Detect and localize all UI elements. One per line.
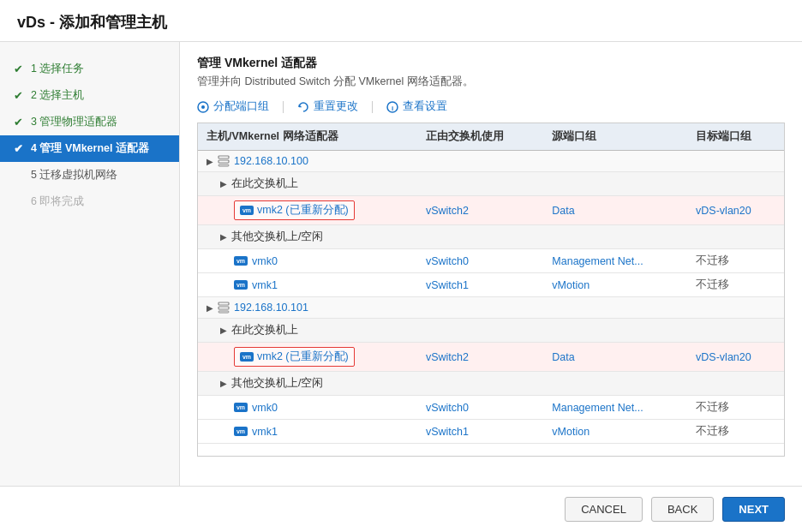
table-cell-adapter: ▶其他交换机上/空闲 — [198, 225, 417, 249]
section-label: 在此交换机上 — [231, 323, 298, 338]
content-subtitle: 管理并向 Distributed Switch 分配 VMkernel 网络适配… — [197, 75, 785, 89]
svg-rect-4 — [218, 156, 229, 158]
table-row: ▶在此交换机上 — [198, 172, 784, 196]
table-cell-target: vDS-vlan20 — [687, 196, 784, 225]
section-expand-icon[interactable]: ▶ — [220, 326, 227, 335]
expand-icon[interactable]: ▶ — [206, 303, 213, 313]
table-cell-target: 不迁移 — [687, 273, 784, 297]
table-cell-adapter: vmvmk0 — [198, 249, 417, 273]
table-cell-switch: vSwitch2 — [417, 343, 543, 372]
table-cell-adapter: vmvmk1 — [198, 273, 417, 297]
table-row[interactable]: vmvmk0vSwitch0Management Net...不迁移 — [198, 249, 784, 273]
cancel-button[interactable]: CANCEL — [565, 497, 643, 522]
reset-changes-button[interactable]: 重置更改 — [297, 99, 358, 114]
content-title: 管理 VMkernel 适配器 — [197, 56, 785, 71]
table-cell-target — [687, 319, 784, 343]
section-expand-icon[interactable]: ▶ — [220, 179, 227, 188]
col-header-switch: 正由交换机使用 — [417, 123, 543, 151]
section-label: 在此交换机上 — [231, 176, 298, 191]
table-row[interactable]: vmvmk2 (已重新分配)vSwitch2DatavDS-vlan20 — [198, 343, 784, 372]
vmkernel-icon: vm — [240, 206, 254, 215]
table-cell-adapter: ▶192.168.10.100 — [198, 151, 417, 172]
table-cell-target — [687, 225, 784, 249]
host-icon — [218, 302, 230, 314]
table-cell-source — [543, 372, 687, 396]
sidebar-label-step2: 2 选择主机 — [31, 88, 84, 103]
check-icon-step4: ✔ — [14, 142, 26, 155]
table-cell-switch: vSwitch0 — [417, 396, 543, 420]
vmkernel-icon: vm — [234, 280, 248, 290]
table-cell-source: Data — [543, 196, 687, 225]
back-button[interactable]: BACK — [651, 497, 714, 522]
section-label: 其他交换机上/空闲 — [231, 230, 323, 244]
sidebar-item-5[interactable]: 5 迁移虚拟机网络 — [0, 162, 179, 188]
host-name[interactable]: 192.168.10.101 — [234, 302, 308, 314]
reset-icon — [297, 101, 309, 113]
section-expand-icon[interactable]: ▶ — [220, 232, 227, 242]
vmk-name[interactable]: vmk1 — [252, 426, 278, 438]
table-cell-switch: vSwitch1 — [417, 273, 543, 297]
table-cell-switch — [417, 172, 543, 196]
svg-rect-7 — [218, 302, 229, 305]
vmk-highlighted-cell[interactable]: vmvmk2 (已重新分配) — [234, 200, 355, 220]
table-cell-target: 不迁移 — [687, 249, 784, 273]
host-name[interactable]: 192.168.10.100 — [234, 155, 308, 167]
sidebar-item-3[interactable]: ✔3 管理物理适配器 — [0, 109, 179, 135]
vmk-name[interactable]: vmk0 — [252, 255, 278, 267]
svg-rect-9 — [218, 311, 229, 313]
check-icon-step1: ✔ — [14, 63, 26, 75]
table-row: ▶其他交换机上/空闲 — [198, 372, 784, 396]
table-row: ▶在此交换机上 — [198, 319, 784, 343]
sidebar-item-1[interactable]: ✔1 选择任务 — [0, 56, 179, 82]
table-cell-adapter: vmvmk2 (已重新分配) — [198, 343, 417, 372]
section-expand-icon[interactable]: ▶ — [220, 379, 227, 388]
check-icon-step2: ✔ — [14, 89, 26, 102]
table-row[interactable]: vmvmk1vSwitch1vMotion不迁移 — [198, 273, 784, 297]
table-cell-source — [543, 225, 687, 249]
vmk-name[interactable]: vmk2 (已重新分配) — [257, 203, 349, 218]
sidebar-label-step3: 3 管理物理适配器 — [31, 115, 117, 129]
table-cell-source: Management Net... — [543, 249, 687, 273]
table-cell-adapter: vmvmk0 — [198, 396, 417, 420]
col-header-adapter: 主机/VMkernel 网络适配器 — [198, 123, 417, 151]
table-cell-adapter: ▶192.168.10.101 — [198, 297, 417, 319]
expand-icon[interactable]: ▶ — [206, 157, 213, 166]
sidebar-item-4[interactable]: ✔4 管理 VMkernel 适配器 — [0, 135, 179, 162]
host-icon — [218, 155, 230, 167]
vmkernel-icon: vm — [234, 256, 248, 266]
table-cell-switch: vSwitch0 — [417, 249, 543, 273]
info-icon: i — [386, 101, 398, 113]
dialog-body: ✔1 选择任务✔2 选择主机✔3 管理物理适配器✔4 管理 VMkernel 适… — [0, 42, 802, 486]
table-cell-target — [687, 372, 784, 396]
table-cell-switch — [417, 297, 543, 319]
toolbar: 分配端口组 重置更改 i 查看设置 — [197, 99, 785, 114]
sidebar: ✔1 选择任务✔2 选择主机✔3 管理物理适配器✔4 管理 VMkernel 适… — [0, 42, 180, 486]
table-row[interactable]: vmvmk0vSwitch0Management Net...不迁移 — [198, 396, 784, 420]
table-cell-source: vMotion — [543, 420, 687, 444]
dialog-footer: CANCEL BACK NEXT — [0, 486, 802, 532]
vmk-name[interactable]: vmk2 (已重新分配) — [257, 350, 349, 364]
table-cell-adapter: vmvmk1 — [198, 420, 417, 444]
svg-rect-5 — [218, 160, 229, 163]
table-cell-switch — [417, 151, 543, 172]
distribute-icon — [197, 101, 209, 113]
vmk-highlighted-cell[interactable]: vmvmk2 (已重新分配) — [234, 347, 355, 367]
vmkernel-table-wrapper[interactable]: 主机/VMkernel 网络适配器 正由交换机使用 源端口组 目标端口组 ▶19… — [197, 123, 785, 457]
view-settings-button[interactable]: i 查看设置 — [386, 99, 447, 114]
table-cell-adapter: vmvmk2 (已重新分配) — [198, 196, 417, 225]
sidebar-item-6: 6 即将完成 — [0, 188, 179, 215]
next-button[interactable]: NEXT — [722, 497, 785, 522]
sidebar-item-2[interactable]: ✔2 选择主机 — [0, 82, 179, 109]
table-cell-source — [543, 172, 687, 196]
toolbar-separator-1 — [283, 101, 284, 113]
check-icon-step3: ✔ — [14, 116, 26, 129]
table-row[interactable]: vmvmk2 (已重新分配)vSwitch2DatavDS-vlan20 — [198, 196, 784, 225]
table-row: ▶192.168.10.100 — [198, 151, 784, 172]
table-row: ▶192.168.10.101 — [198, 297, 784, 319]
col-header-source: 源端口组 — [543, 123, 687, 151]
vmk-name[interactable]: vmk1 — [252, 279, 278, 291]
table-cell-switch — [417, 319, 543, 343]
table-row[interactable]: vmvmk1vSwitch1vMotion不迁移 — [198, 420, 784, 444]
distribute-portgroup-button[interactable]: 分配端口组 — [197, 99, 269, 114]
vmk-name[interactable]: vmk0 — [252, 402, 278, 414]
